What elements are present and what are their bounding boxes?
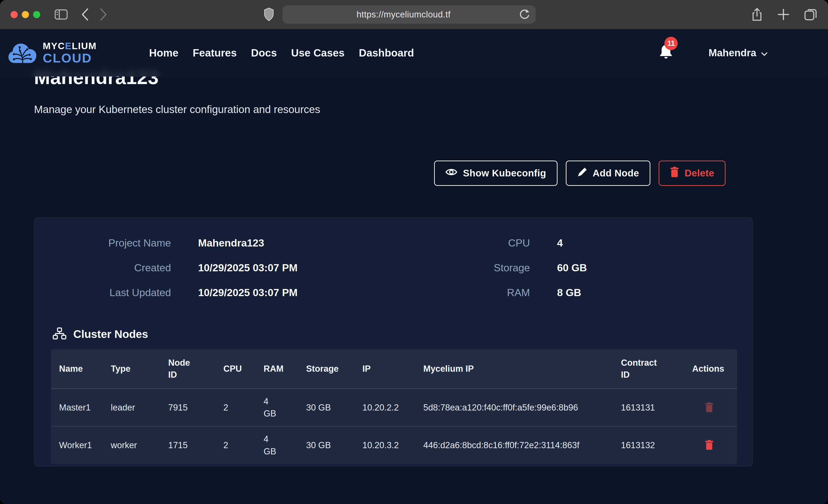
nav-link-dashboard[interactable]: Dashboard — [359, 47, 414, 59]
node-row-worker1: Worker1 worker 1715 2 4 GB 30 GB 10.20.3… — [51, 426, 737, 464]
zoom-window-button[interactable] — [33, 11, 40, 18]
nav-link-home[interactable]: Home — [149, 47, 178, 59]
browser-chrome: https://myceliumcloud.tf — [0, 0, 828, 30]
col-storage: Storage — [306, 349, 362, 389]
ram-label: RAM — [426, 287, 530, 299]
cell-cpu: 2 — [223, 426, 263, 464]
cell-ram: 4 GB — [263, 426, 306, 464]
mycelium-cloud-logo[interactable]: MYCELIUM CLOUD — [8, 40, 97, 65]
delete-node-button-disabled[interactable] — [692, 402, 713, 413]
cpu-value: 4 — [557, 237, 752, 249]
chevron-down-icon — [761, 47, 768, 58]
col-cpu: CPU — [223, 349, 263, 389]
col-node-id: Node ID — [168, 349, 223, 389]
cell-mycelium-ip: 5d8:78ea:a120:f40c:ff0f:a5fe:99e6:8b96 — [423, 389, 621, 426]
cluster-actions: Show Kubeconfig Add Node Delete — [34, 161, 726, 186]
browser-window: https://myceliumcloud.tf Mahendra123 Man… — [0, 0, 828, 504]
reload-icon[interactable] — [519, 8, 530, 20]
tab-overview-icon[interactable] — [804, 8, 818, 21]
created-value: 10/29/2025 03:07 PM — [198, 262, 394, 274]
storage-label: Storage — [426, 262, 530, 274]
notification-badge: 11 — [664, 37, 678, 50]
project-name-value: Mahendra123 — [198, 237, 394, 249]
nav-link-use-cases[interactable]: Use Cases — [291, 47, 345, 59]
col-ip: IP — [362, 349, 423, 389]
cell-type: worker — [111, 426, 168, 464]
site-navbar: MYCELIUM CLOUD Home Features Docs Use Ca… — [0, 30, 828, 77]
cluster-details-card: Project NameMahendra123 Created10/29/202… — [34, 217, 753, 467]
cell-node-id: 1715 — [168, 426, 223, 464]
col-ram: RAM — [263, 349, 306, 389]
shield-icon[interactable] — [263, 7, 274, 22]
last-updated-label: Last Updated — [68, 287, 171, 299]
new-tab-icon[interactable] — [778, 8, 789, 20]
created-label: Created — [68, 262, 171, 274]
cluster-info-left: Project NameMahendra123 Created10/29/202… — [35, 236, 394, 310]
node-row-master1: Master1 leader 7915 2 4 GB 30 GB 10.20.2… — [51, 389, 737, 426]
cell-storage: 30 GB — [306, 426, 362, 464]
col-contract-id: Contract ID — [621, 349, 692, 389]
delete-label: Delete — [685, 168, 714, 179]
delete-cluster-button[interactable]: Delete — [659, 161, 726, 186]
ram-value: 8 GB — [557, 287, 752, 299]
pencil-icon — [577, 167, 587, 180]
cell-cpu: 2 — [223, 389, 263, 426]
nav-link-docs[interactable]: Docs — [251, 47, 277, 59]
cell-storage: 30 GB — [306, 389, 362, 426]
show-kubeconfig-button[interactable]: Show Kubeconfig — [434, 161, 557, 186]
traffic-lights — [10, 11, 40, 18]
cloud-logo-icon — [8, 40, 38, 65]
cluster-nodes-title: Cluster Nodes — [73, 328, 148, 340]
page-subtitle: Manage your Kubernetes cluster configura… — [34, 103, 828, 116]
add-node-button[interactable]: Add Node — [566, 161, 650, 186]
logo-wordmark: MYCELIUM CLOUD — [43, 41, 97, 65]
url-text[interactable]: https://myceliumcloud.tf — [288, 10, 519, 19]
trash-icon — [670, 167, 679, 180]
minimize-window-button[interactable] — [22, 11, 29, 18]
col-name: Name — [51, 349, 111, 389]
last-updated-value: 10/29/2025 03:07 PM — [198, 287, 394, 299]
cell-contract-id: 1613131 — [621, 389, 692, 426]
share-icon[interactable] — [751, 7, 763, 22]
col-type: Type — [111, 349, 168, 389]
cell-ram: 4 GB — [263, 389, 306, 426]
main-content: Mahendra123 Manage your Kubernetes clust… — [0, 67, 828, 467]
sidebar-toggle-icon[interactable] — [54, 9, 68, 20]
delete-node-button[interactable] — [692, 440, 713, 451]
add-node-label: Add Node — [593, 168, 639, 179]
web-page: Mahendra123 Manage your Kubernetes clust… — [0, 30, 828, 504]
cell-contract-id: 1613132 — [621, 426, 692, 464]
eye-icon — [445, 167, 457, 179]
nav-link-features[interactable]: Features — [193, 47, 237, 59]
cell-name: Master1 — [51, 389, 111, 426]
cpu-label: CPU — [426, 237, 530, 249]
cell-ip: 10.20.3.2 — [362, 426, 423, 464]
close-window-button[interactable] — [10, 11, 18, 18]
cell-node-id: 7915 — [168, 389, 223, 426]
url-bar[interactable]: https://myceliumcloud.tf — [282, 5, 536, 24]
col-mycelium-ip: Mycelium IP — [423, 349, 621, 389]
show-kubeconfig-label: Show Kubeconfig — [463, 168, 546, 179]
cell-actions — [692, 389, 737, 426]
cell-ip: 10.20.2.2 — [362, 389, 423, 426]
back-icon[interactable] — [81, 8, 89, 21]
nodes-table-header-row: Name Type Node ID CPU RAM Storage IP Myc… — [51, 349, 737, 389]
nav-links: Home Features Docs Use Cases Dashboard — [149, 47, 414, 59]
user-menu[interactable]: Mahendra — [708, 47, 768, 58]
cell-actions — [692, 426, 737, 464]
cell-mycelium-ip: 446:d2a6:8bcd:8c16:ff0f:72e2:3114:863f — [423, 426, 621, 464]
network-icon — [52, 327, 67, 341]
col-actions: Actions — [692, 349, 737, 389]
cluster-nodes-heading: Cluster Nodes — [52, 327, 752, 341]
user-name: Mahendra — [708, 47, 756, 58]
project-name-label: Project Name — [68, 237, 171, 249]
notifications-bell[interactable]: 11 — [658, 44, 674, 62]
chrome-right-icons — [751, 7, 818, 22]
storage-value: 60 GB — [557, 262, 752, 274]
cell-name: Worker1 — [51, 426, 111, 464]
cluster-info-right: CPU4 Storage60 GB RAM8 GB — [394, 236, 752, 310]
bell-icon — [658, 57, 673, 61]
nodes-table: Name Type Node ID CPU RAM Storage IP Myc… — [51, 349, 737, 464]
cluster-info-grid: Project NameMahendra123 Created10/29/202… — [35, 218, 752, 310]
forward-icon[interactable] — [99, 8, 107, 21]
